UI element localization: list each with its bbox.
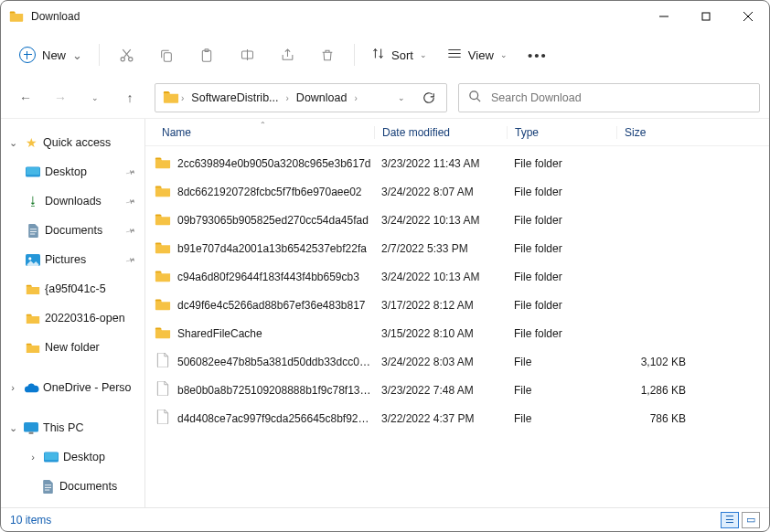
rename-button[interactable] xyxy=(228,38,266,71)
pin-icon: 📌︎ xyxy=(123,165,138,179)
nav-label: Desktop xyxy=(45,165,87,178)
chevron-down-icon[interactable]: ⌄ xyxy=(6,137,19,149)
close-button[interactable] xyxy=(727,2,769,31)
file-size: 3,102 KB xyxy=(616,356,693,368)
copy-button[interactable] xyxy=(147,38,186,71)
chevron-right-icon[interactable]: › xyxy=(6,382,19,393)
delete-button[interactable] xyxy=(308,38,347,71)
chevron-down-icon: ⌄ xyxy=(420,50,427,59)
nav-desktop[interactable]: Desktop 📌︎ xyxy=(1,157,144,186)
navigation-pane: ⌄ ★ Quick access Desktop 📌︎ ⭳ Downloads … xyxy=(1,119,145,507)
search-box[interactable] xyxy=(458,83,760,112)
address-dropdown[interactable]: ⌄ xyxy=(388,93,415,102)
svg-rect-1 xyxy=(702,13,710,20)
file-row[interactable]: 09b793065b905825ed270cc54da45fad3/24/202… xyxy=(145,206,769,234)
maximize-button[interactable] xyxy=(685,2,727,31)
sort-indicator-icon: ⌃ xyxy=(260,121,266,129)
svg-rect-8 xyxy=(164,52,171,60)
nav-quick-access[interactable]: ⌄ ★ Quick access xyxy=(1,128,144,157)
file-row[interactable]: b8e0b0a8b725109208888b1f9c78f13cf424...3… xyxy=(145,376,769,404)
column-type[interactable]: Type xyxy=(507,126,616,139)
file-name: 09b793065b905825ed270cc54da45fad xyxy=(177,214,369,227)
paste-button[interactable] xyxy=(187,38,226,71)
folder-icon xyxy=(155,268,171,285)
back-button[interactable]: ← xyxy=(10,82,41,113)
search-input[interactable] xyxy=(491,91,750,104)
new-label: New xyxy=(42,48,66,62)
new-button[interactable]: New ⌄ xyxy=(10,39,91,70)
file-type: File xyxy=(507,356,616,368)
nav-label: Documents xyxy=(59,480,117,493)
file-row[interactable]: 506082ee47b8b5a381d50ddb33dcc0d601...3/2… xyxy=(145,347,769,376)
picture-icon xyxy=(25,254,41,266)
nav-label: Downloads xyxy=(45,195,102,207)
svg-line-17 xyxy=(476,98,480,101)
nav-pictures[interactable]: Pictures 📌︎ xyxy=(1,245,144,274)
nav-guid-folder[interactable]: {a95f041c-5 xyxy=(1,274,144,303)
chevron-right-icon[interactable]: › xyxy=(27,452,39,463)
file-type: File folder xyxy=(507,271,616,283)
up-button[interactable]: ↑ xyxy=(114,82,145,113)
chevron-right-icon[interactable]: › xyxy=(352,93,358,103)
star-icon: ★ xyxy=(23,135,39,150)
nav-new-folder[interactable]: New folder xyxy=(1,333,144,362)
column-name[interactable]: ⌃ Name xyxy=(145,126,374,139)
minimize-button[interactable] xyxy=(643,2,685,31)
nav-documents[interactable]: Documents 📌︎ xyxy=(1,216,144,245)
file-row[interactable]: 8dc6621920728fcbc5f7fb6e970aee023/24/202… xyxy=(145,177,769,206)
file-row[interactable]: SharedFileCache3/15/2022 8:10 AMFile fol… xyxy=(145,319,769,347)
chevron-down-icon[interactable]: ⌄ xyxy=(6,422,19,434)
sort-icon xyxy=(371,47,385,63)
folder-icon xyxy=(9,10,24,23)
address-box[interactable]: › SoftwareDistrib... › Download › ⌄ xyxy=(155,83,447,112)
plus-icon xyxy=(19,47,36,63)
recent-dropdown[interactable]: ⌄ xyxy=(80,82,111,113)
nav-downloads[interactable]: ⭳ Downloads 📌︎ xyxy=(1,186,144,216)
svg-point-5 xyxy=(128,57,132,60)
nav-pc-desktop[interactable]: › Desktop xyxy=(1,442,144,472)
svg-rect-30 xyxy=(44,486,50,487)
nav-pc-documents[interactable]: Documents xyxy=(1,472,144,501)
nav-label: New folder xyxy=(45,341,100,354)
file-row[interactable]: c94a6d80f29644f183f443f4bb659cb33/24/202… xyxy=(145,262,769,291)
svg-rect-31 xyxy=(44,489,48,490)
file-type: File folder xyxy=(507,327,616,340)
nav-onedrive[interactable]: › OneDrive - Perso xyxy=(1,373,144,402)
more-button[interactable]: ••• xyxy=(519,38,557,71)
sort-button[interactable]: Sort ⌄ xyxy=(362,38,436,71)
file-icon xyxy=(155,410,171,427)
file-row[interactable]: d4d408ce7ac997f9cda256645c8bf924c330...3… xyxy=(145,404,769,432)
breadcrumb-item[interactable]: SoftwareDistrib... xyxy=(186,91,283,104)
svg-rect-22 xyxy=(29,233,34,234)
cut-button[interactable] xyxy=(107,38,145,71)
breadcrumb-item[interactable]: Download xyxy=(291,91,353,104)
details-view-toggle[interactable]: ☰ xyxy=(721,512,739,528)
document-icon xyxy=(25,224,41,238)
chevron-right-icon[interactable]: › xyxy=(284,93,291,103)
nav-dated-folder[interactable]: 20220316-open xyxy=(1,303,144,333)
thumbnail-view-toggle[interactable]: ▭ xyxy=(742,512,760,528)
nav-label: Pictures xyxy=(45,253,86,266)
file-size: 786 KB xyxy=(616,412,693,425)
desktop-icon xyxy=(43,452,59,463)
status-bar: 10 items ☰ ▭ xyxy=(1,507,769,531)
file-type: File folder xyxy=(507,157,616,170)
column-size[interactable]: Size xyxy=(616,126,693,139)
share-button[interactable] xyxy=(268,38,306,71)
column-date[interactable]: Date modified xyxy=(374,126,507,139)
file-row[interactable]: b91e707d4a2001a13b6542537ebf22fa2/7/2022… xyxy=(145,234,769,262)
view-button[interactable]: View ⌄ xyxy=(438,38,517,71)
file-row[interactable]: 2cc639894e0b9050a3208c965e3b617d3/23/202… xyxy=(145,149,769,177)
address-bar: ← → ⌄ ↑ › SoftwareDistrib... › Download … xyxy=(1,78,769,118)
svg-rect-26 xyxy=(29,431,34,433)
file-row[interactable]: dc49f6e4c5266ad88b67ef36e483b8173/17/202… xyxy=(145,291,769,319)
file-name: SharedFileCache xyxy=(177,327,262,340)
desktop-icon xyxy=(25,166,41,177)
forward-button[interactable]: → xyxy=(45,82,76,113)
nav-this-pc[interactable]: ⌄ This PC xyxy=(1,413,144,442)
chevron-right-icon[interactable]: › xyxy=(179,93,186,103)
nav-label: Documents xyxy=(45,224,102,237)
nav-label: Desktop xyxy=(63,451,105,463)
file-date: 3/23/2022 11:43 AM xyxy=(374,157,507,170)
refresh-button[interactable] xyxy=(415,91,443,104)
